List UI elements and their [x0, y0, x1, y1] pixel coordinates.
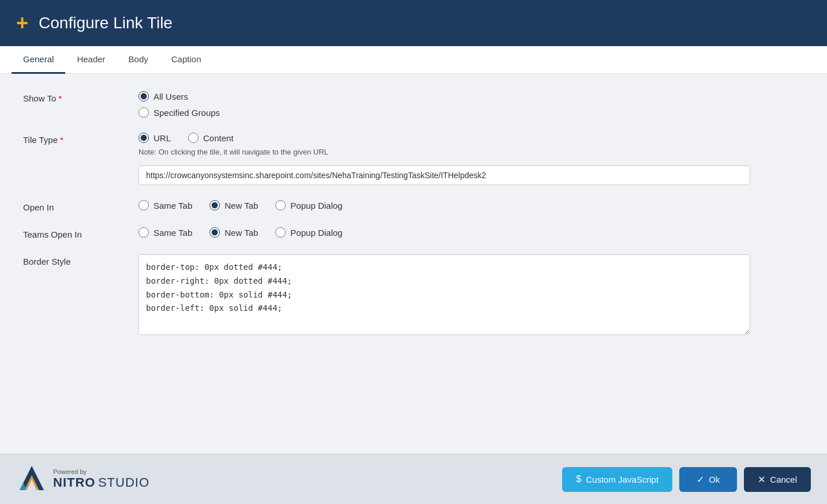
teams-same-tab[interactable]: Same Tab — [139, 227, 192, 238]
border-style-control: border-top: 0px dotted #444; border-righ… — [139, 254, 804, 337]
open-in-new-tab[interactable]: New Tab — [209, 200, 258, 210]
teams-new-tab[interactable]: New Tab — [209, 227, 258, 238]
url-note: Note: On clicking the tile, it will navi… — [139, 148, 804, 156]
tile-type-required: * — [60, 135, 63, 145]
tile-type-content[interactable]: Content — [188, 133, 234, 143]
tile-type-label: Tile Type * — [23, 133, 139, 145]
custom-js-button[interactable]: $ Custom JavaScript — [562, 467, 672, 492]
tile-type-options: URL Content Note: On clicking the tile, … — [139, 133, 804, 185]
teams-popup[interactable]: Popup Dialog — [275, 227, 342, 238]
plus-icon: + — [16, 13, 28, 33]
tile-type-url[interactable]: URL — [139, 133, 171, 143]
open-in-new-tab-radio[interactable] — [209, 200, 220, 210]
tile-type-url-radio[interactable] — [139, 133, 149, 143]
open-in-same-tab-radio[interactable] — [139, 200, 149, 210]
show-to-label: Show To * — [23, 91, 139, 103]
show-to-control: All Users Specified Groups — [139, 91, 804, 118]
open-in-popup[interactable]: Popup Dialog — [275, 200, 342, 210]
teams-open-in-radio-group: Same Tab New Tab Popup Dialog — [139, 227, 804, 238]
check-icon: ✓ — [697, 474, 704, 485]
show-to-radio-group: All Users Specified Groups — [139, 91, 804, 118]
teams-same-tab-radio[interactable] — [139, 227, 149, 238]
border-style-textarea[interactable]: border-top: 0px dotted #444; border-righ… — [139, 254, 750, 335]
url-input[interactable] — [139, 166, 750, 185]
open-in-radio-group: Same Tab New Tab Popup Dialog — [139, 200, 804, 210]
main-content: Show To * All Users Specified Groups Til… — [0, 74, 827, 454]
tile-type-row: Tile Type * URL Content Note: On clickin… — [23, 133, 804, 185]
nitro-studio-name: NITRO STUDIO — [53, 475, 149, 490]
open-in-label: Open In — [23, 200, 139, 212]
open-in-same-tab[interactable]: Same Tab — [139, 200, 192, 210]
footer: Powered by NITRO STUDIO $ Custom JavaScr… — [0, 454, 827, 504]
border-style-row: Border Style border-top: 0px dotted #444… — [23, 254, 804, 337]
tab-general[interactable]: General — [12, 46, 65, 74]
ok-label: Ok — [709, 475, 720, 484]
teams-popup-radio[interactable] — [275, 227, 286, 238]
show-to-all-users-radio[interactable] — [139, 91, 149, 101]
show-to-specified-groups-radio[interactable] — [139, 107, 149, 118]
x-icon: ✕ — [758, 474, 765, 485]
cancel-label: Cancel — [770, 475, 797, 484]
tab-header[interactable]: Header — [65, 46, 117, 74]
powered-by-text: Powered by — [53, 468, 149, 475]
footer-buttons: $ Custom JavaScript ✓ Ok ✕ Cancel — [562, 467, 811, 492]
open-in-row: Open In Same Tab New Tab Popup Dialog — [23, 200, 804, 212]
custom-js-label: Custom JavaScript — [586, 475, 658, 484]
footer-logo: Powered by NITRO STUDIO — [16, 464, 149, 495]
studio-text-2: STUDIO — [98, 475, 149, 490]
cancel-button[interactable]: ✕ Cancel — [744, 467, 811, 492]
tile-type-control: URL Content Note: On clicking the tile, … — [139, 133, 804, 185]
show-to-all-users[interactable]: All Users — [139, 91, 804, 101]
tab-body[interactable]: Body — [117, 46, 160, 74]
ok-button[interactable]: ✓ Ok — [679, 467, 737, 492]
tab-caption[interactable]: Caption — [160, 46, 213, 74]
show-to-specified-groups[interactable]: Specified Groups — [139, 107, 804, 118]
open-in-popup-radio[interactable] — [275, 200, 286, 210]
teams-new-tab-radio[interactable] — [209, 227, 220, 238]
border-style-label: Border Style — [23, 254, 139, 266]
tile-type-radios: URL Content — [139, 133, 804, 143]
teams-open-in-label: Teams Open In — [23, 227, 139, 239]
dialog-title: Configure Link Tile — [39, 14, 173, 32]
tabs-bar: General Header Body Caption — [0, 46, 827, 74]
nitro-logo-icon — [16, 464, 47, 495]
teams-open-in-control: Same Tab New Tab Popup Dialog — [139, 227, 804, 238]
dialog-header: + Configure Link Tile — [0, 0, 827, 46]
teams-open-in-row: Teams Open In Same Tab New Tab Popup Dia… — [23, 227, 804, 239]
show-to-row: Show To * All Users Specified Groups — [23, 91, 804, 118]
show-to-required: * — [58, 93, 62, 103]
tile-type-content-radio[interactable] — [188, 133, 199, 143]
dollar-icon: $ — [576, 474, 581, 484]
nitro-text: NITRO — [53, 475, 95, 490]
nitro-logo-text: Powered by NITRO STUDIO — [53, 468, 149, 490]
open-in-control: Same Tab New Tab Popup Dialog — [139, 200, 804, 210]
